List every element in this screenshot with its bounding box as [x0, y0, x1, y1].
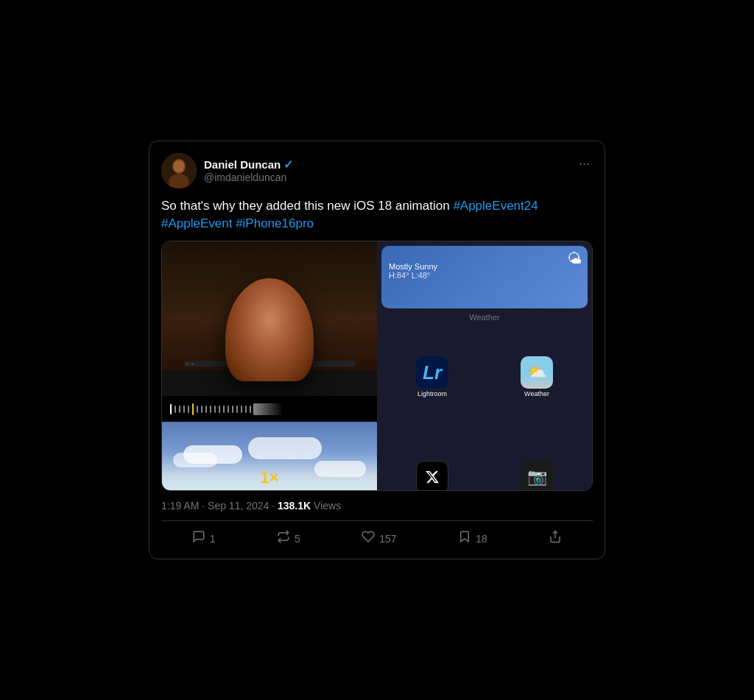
tweet-views-label: Views — [314, 500, 341, 512]
camera-icon: 📷 — [527, 467, 547, 487]
app-icon-lightroom[interactable]: Lr Lightroom — [381, 326, 483, 428]
right-panel: 🌤 Mostly Sunny H:84° L:48° Weather Lr Li… — [377, 241, 592, 491]
avatar-image — [161, 153, 197, 188]
viewfinder-bar — [162, 396, 377, 422]
display-name: Daniel Duncan ✓ — [204, 158, 293, 172]
reply-button[interactable]: 1 — [192, 530, 216, 547]
tick — [170, 404, 172, 414]
bookmark-icon — [458, 530, 471, 547]
bookmark-count: 18 — [476, 533, 487, 545]
left-panel: 1× ⏸ 0:02 — [162, 241, 377, 491]
zoom-label: 1× — [260, 468, 278, 487]
tweet-text: So that's why they added this new iOS 18… — [161, 197, 593, 233]
like-button[interactable]: 157 — [362, 530, 396, 547]
camera-icon-bg: 📷 — [521, 461, 553, 491]
tweet-card: Daniel Duncan ✓ @imdanielduncan ··· So t… — [149, 141, 605, 560]
weather-widget-label: Weather — [381, 311, 588, 323]
like-count: 157 — [379, 533, 396, 545]
weather-widget[interactable]: 🌤 Mostly Sunny H:84° L:48° — [381, 246, 588, 308]
username: @imdanielduncan — [204, 172, 293, 183]
tweet-views-count: 138.1K — [278, 500, 311, 512]
x-icon-bg — [416, 461, 448, 491]
bookmark-button[interactable]: 18 — [458, 530, 487, 547]
app-icon-x[interactable]: X — [381, 431, 483, 491]
lightroom-icon-bg: Lr — [416, 356, 448, 389]
landscape-view: 1× ⏸ 0:02 — [162, 422, 377, 491]
tweet-header-left: Daniel Duncan ✓ @imdanielduncan — [161, 153, 293, 188]
reply-count: 1 — [210, 533, 216, 545]
retweet-button[interactable]: 5 — [277, 530, 300, 547]
name-text: Daniel Duncan — [204, 158, 281, 171]
finger-visual — [162, 241, 377, 396]
retweet-count: 5 — [295, 533, 300, 545]
tweet-time: 1:19 AM — [161, 500, 199, 512]
weather-icon-bg: ⛅ — [521, 356, 553, 389]
user-info: Daniel Duncan ✓ @imdanielduncan — [204, 158, 293, 183]
hashtag-1[interactable]: #AppleEvent24 — [453, 199, 538, 213]
weather-condition: Mostly Sunny — [389, 262, 580, 271]
hashtag-2[interactable]: #AppleEvent — [161, 216, 232, 230]
finger-shape — [225, 278, 314, 381]
weather-sun-icon: 🌤 — [567, 250, 582, 267]
app-name-weather: Weather — [524, 390, 549, 397]
app-icon-weather[interactable]: ⛅ Weather — [486, 326, 588, 428]
more-options-button[interactable]: ··· — [576, 153, 593, 174]
app-icon-camera[interactable]: 📷 Camera — [486, 431, 588, 491]
app-grid: Lr Lightroom ⛅ Weather — [381, 326, 588, 491]
like-icon — [362, 530, 375, 547]
retweet-icon — [277, 530, 290, 547]
avatar[interactable] — [161, 153, 197, 188]
tweet-date: Sep 11, 2024 — [208, 500, 269, 512]
app-name-lightroom: Lightroom — [417, 390, 447, 397]
share-button[interactable] — [549, 530, 562, 547]
tweet-meta: 1:19 AM · Sep 11, 2024 · 138.1K Views — [161, 500, 593, 512]
weather-temp: H:84° L:48° — [389, 271, 580, 280]
x-logo-icon — [425, 470, 440, 484]
tweet-actions: 1 5 157 — [161, 520, 593, 547]
weather-cloud-icon: ⛅ — [527, 363, 547, 382]
tweet-header: Daniel Duncan ✓ @imdanielduncan ··· — [161, 153, 593, 188]
media-container[interactable]: 1× ⏸ 0:02 🌤 Mostly Sunny H:84° L:48° Wea… — [161, 241, 593, 491]
svg-point-2 — [174, 160, 184, 172]
reply-icon — [192, 530, 205, 547]
lightroom-letter: Lr — [423, 361, 442, 384]
hashtag-3[interactable]: #iPhone16pro — [236, 216, 314, 230]
verified-badge: ✓ — [283, 158, 293, 172]
finger-area — [162, 241, 377, 396]
share-icon — [549, 530, 562, 547]
tweet-body: So that's why they added this new iOS 18… — [161, 199, 453, 213]
